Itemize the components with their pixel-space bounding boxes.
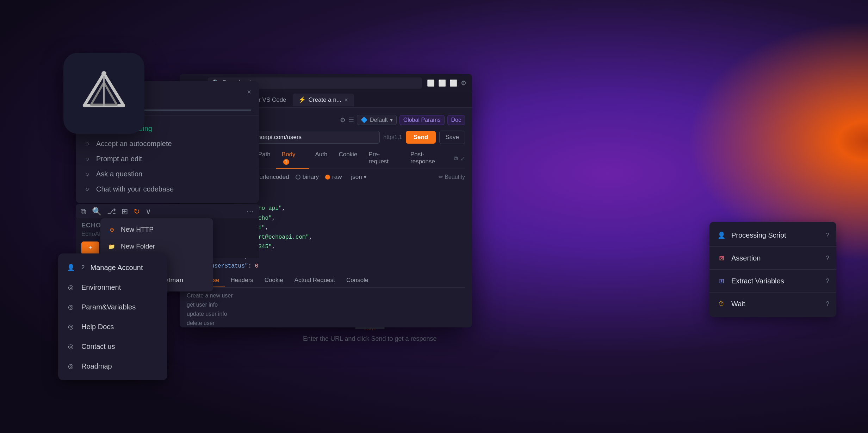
welcome-item-label-1: Accept an autocomplete (96, 140, 172, 148)
tab-create-new[interactable]: ⚡ Create a n... ✕ (293, 94, 354, 106)
dropdown-item-new-folder[interactable]: 📁 New Folder (100, 238, 213, 255)
contact-icon: ◎ (66, 341, 76, 351)
doc-button[interactable]: Doc (447, 115, 465, 125)
account-item-help-docs[interactable]: ◎ Help Docs (58, 317, 167, 337)
welcome-item-label-2: Prompt an edit (96, 155, 142, 163)
sync-icon[interactable]: ↻ (134, 207, 140, 216)
processing-script-icon: 👤 (717, 230, 726, 240)
wait-help-icon[interactable]: ? (826, 300, 829, 308)
more-options-icon[interactable]: ⋯ (246, 207, 254, 216)
account-item-manage-label: Manage Account (90, 264, 143, 272)
response-hint-list: Create a new user get user info update u… (187, 291, 465, 327)
right-panel: 👤 Processing Script ? ⊠ Assertion ? ⊞ Ex… (709, 222, 836, 317)
body-badge: 1 (283, 159, 289, 165)
processing-script-help-icon[interactable]: ? (826, 232, 829, 239)
rp-divider-3 (709, 292, 836, 293)
response-hint-1[interactable]: Create a new user (187, 291, 465, 300)
tab-auth[interactable]: Auth (309, 148, 333, 169)
toolbar-panel: ⧉ 🔍 ⎇ ⊞ ↻ ∨ ⋯ (76, 204, 259, 219)
save-button[interactable]: Save (439, 131, 465, 144)
code-line-9: 9 "userStatus": 0 (187, 262, 465, 271)
right-panel-processing-script[interactable]: 👤 Processing Script ? (709, 225, 836, 245)
global-params-button[interactable]: Global Params (399, 115, 445, 125)
assertion-icon: ⊠ (717, 253, 726, 263)
radio-dot-binary (296, 175, 300, 180)
response-hint-2[interactable]: get user info (187, 300, 465, 309)
vscode-toolbar-right: ⬜ ⬜ ⬜ ⚙ (427, 79, 466, 87)
resp-tab-cookie[interactable]: Cookie (259, 274, 289, 287)
dropdown-item-label-folder: New Folder (121, 243, 155, 250)
account-item-param-variables[interactable]: ◎ Param&Variables (58, 297, 167, 317)
roadmap-icon: ◎ (66, 361, 76, 371)
rp-divider-2 (709, 269, 836, 270)
circle-icon-0: ○ (83, 140, 91, 148)
split-editor-icon[interactable]: ⬜ (427, 79, 435, 87)
circle-icon-2: ○ (83, 170, 91, 178)
split-vertical-icon[interactable]: ⬜ (438, 79, 446, 87)
account-item-contact[interactable]: ◎ Contact us (58, 337, 167, 356)
right-panel-extract-variables[interactable]: ⊞ Extract Variables ? (709, 271, 836, 291)
folder-icon: 📁 (107, 242, 116, 251)
settings-icon[interactable]: ⚙ (461, 79, 466, 87)
tab-close-icon[interactable]: ✕ (344, 97, 348, 103)
welcome-item-prompt-edit[interactable]: ○ Prompt an edit (83, 151, 251, 167)
resp-tab-console[interactable]: Console (341, 274, 374, 287)
welcome-item-label-3: Ask a question (96, 170, 142, 178)
env-badge[interactable]: 🔷 Default ▾ (357, 115, 397, 125)
http-version-label: http/1.1 (383, 134, 402, 140)
account-item-contact-label: Contact us (81, 343, 115, 351)
tab-pre-request[interactable]: Pre-request (363, 148, 405, 169)
welcome-item-label-4: Chat with your codebase (96, 185, 174, 193)
tab-body[interactable]: Body 1 (276, 148, 310, 169)
right-panel-assertion[interactable]: ⊠ Assertion ? (709, 248, 836, 268)
response-hint-4[interactable]: delete user (187, 319, 465, 327)
copy-body-icon[interactable]: ⧉ (454, 155, 458, 162)
welcome-item-chat-codebase[interactable]: ○ Chat with your codebase (83, 182, 251, 197)
radio-label-binary: binary (303, 174, 319, 181)
account-item-help-label: Help Docs (81, 323, 114, 331)
add-request-button[interactable]: + (81, 241, 99, 255)
response-hint-3[interactable]: update user info (187, 309, 465, 319)
body-tab-label: Body (282, 151, 296, 158)
welcome-item-ask-question[interactable]: ○ Ask a question (83, 167, 251, 182)
radio-raw[interactable]: raw (325, 174, 342, 181)
rp-divider-1 (709, 246, 836, 247)
dropdown-item-label-new-http: New HTTP (121, 226, 154, 233)
env-dropdown-icon: ▾ (390, 117, 393, 123)
account-item-manage[interactable]: 👤 2 Manage Account (58, 258, 167, 277)
welcome-close-button[interactable]: × (247, 88, 251, 96)
send-button[interactable]: Send (406, 131, 436, 144)
layout-icon[interactable]: ⬜ (450, 79, 457, 87)
tab-post-response[interactable]: Post-response (405, 148, 454, 169)
dropdown-item-new-http[interactable]: ⊕ New HTTP (100, 221, 213, 238)
settings-gear-icon[interactable]: ⚙ (340, 116, 346, 124)
assertion-help-icon[interactable]: ? (826, 255, 829, 262)
account-item-environment-label: Environment (81, 283, 121, 291)
right-panel-wait[interactable]: ⏱ Wait ? (709, 294, 836, 314)
tab-cookie[interactable]: Cookie (333, 148, 363, 169)
git-icon[interactable]: ⎇ (107, 207, 116, 216)
format-dropdown[interactable]: json ▾ (351, 173, 366, 181)
env-controls: ⚙ ☰ 🔷 Default ▾ Global Params Doc (340, 115, 465, 125)
resp-tab-actual-request[interactable]: Actual Request (289, 274, 341, 287)
format-label: json (351, 174, 362, 181)
account-item-environment[interactable]: ◎ Environment (58, 277, 167, 297)
expand-body-icon[interactable]: ⤢ (460, 155, 465, 162)
extract-variables-help-icon[interactable]: ? (826, 277, 829, 285)
menu-icon[interactable]: ☰ (348, 116, 354, 124)
user-icon: 👤 (66, 263, 76, 272)
grid-icon[interactable]: ⊞ (122, 207, 128, 216)
welcome-item-accept-autocomplete[interactable]: ○ Accept an autocomplete (83, 136, 251, 151)
create-tab-icon: ⚡ (298, 96, 306, 103)
resp-tab-headers[interactable]: Headers (225, 274, 259, 287)
copy-icon[interactable]: ⧉ (81, 207, 86, 216)
search-toolbar-icon[interactable]: 🔍 (92, 207, 101, 216)
param-icon: ◎ (66, 302, 76, 312)
svg-point-3 (101, 71, 106, 76)
chevron-down-icon[interactable]: ∨ (145, 207, 151, 216)
beautify-button[interactable]: ✏ Beautify (439, 174, 465, 180)
manage-account-number: 2 (81, 264, 85, 271)
account-item-roadmap[interactable]: ◎ Roadmap (58, 356, 167, 376)
format-chevron-icon: ▾ (364, 173, 367, 181)
radio-binary[interactable]: binary (296, 174, 319, 181)
